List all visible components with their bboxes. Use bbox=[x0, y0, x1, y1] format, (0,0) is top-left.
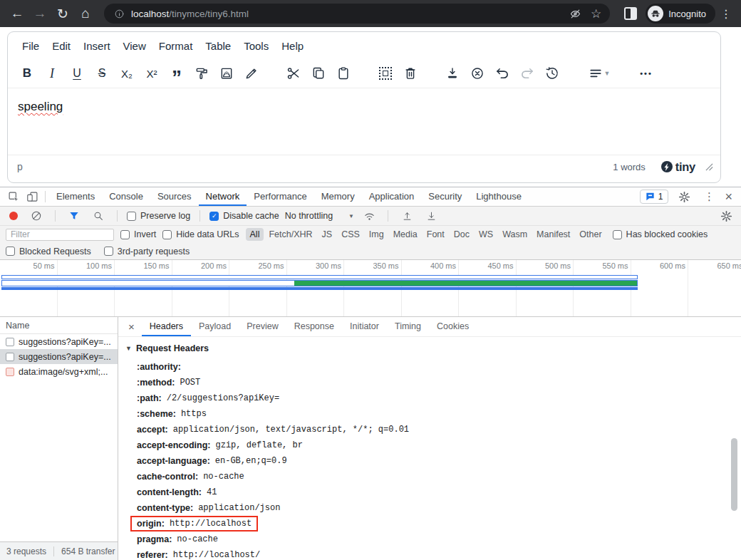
clear-network-icon[interactable] bbox=[27, 208, 46, 224]
menu-item[interactable]: Insert bbox=[77, 36, 117, 56]
request-row[interactable]: suggestions?apiKey=... bbox=[0, 349, 118, 364]
side-panel-icon[interactable] bbox=[624, 7, 637, 20]
blockquote-button[interactable]: ” bbox=[166, 63, 187, 84]
misspelled-word[interactable]: speeling bbox=[18, 100, 63, 113]
blocked-requests-checkbox[interactable] bbox=[6, 247, 15, 256]
request-type-filter[interactable]: Media bbox=[389, 228, 422, 241]
request-type-filter[interactable]: Wasm bbox=[498, 228, 532, 241]
record-icon[interactable] bbox=[9, 212, 18, 220]
hide-data-urls-checkbox[interactable] bbox=[162, 230, 172, 239]
browser-menu-icon[interactable]: ⋮ bbox=[718, 7, 734, 21]
superscript-button[interactable]: X² bbox=[141, 63, 162, 84]
blocked-requests-control[interactable]: Blocked Requests bbox=[6, 247, 91, 256]
throttling-dropdown[interactable]: No throttling ▼ bbox=[285, 211, 354, 221]
menu-item[interactable]: Help bbox=[275, 36, 310, 56]
subscript-button[interactable]: X₂ bbox=[116, 63, 138, 84]
menu-item[interactable]: Format bbox=[152, 36, 200, 56]
name-column-header[interactable]: Name bbox=[0, 317, 118, 334]
detail-tab[interactable]: Cookies bbox=[429, 317, 477, 336]
request-row[interactable]: suggestions?apiKey=... bbox=[0, 334, 118, 349]
bold-button[interactable]: B bbox=[16, 63, 38, 84]
invert-control[interactable]: Invert bbox=[120, 229, 156, 239]
detail-tab[interactable]: Payload bbox=[191, 317, 239, 336]
home-icon[interactable]: ⌂ bbox=[76, 4, 95, 24]
cut-button[interactable] bbox=[283, 63, 304, 84]
devtools-tab[interactable]: Console bbox=[102, 187, 150, 206]
close-devtools-icon[interactable]: × bbox=[725, 190, 732, 204]
word-count[interactable]: 1 words bbox=[613, 162, 646, 172]
detail-tab[interactable]: Timing bbox=[387, 317, 429, 336]
request-type-filter[interactable]: JS bbox=[318, 228, 337, 241]
devtools-tab[interactable]: Network bbox=[199, 187, 247, 206]
italic-button[interactable]: I bbox=[41, 63, 63, 84]
editor-content-area[interactable]: speeling bbox=[8, 88, 720, 155]
eye-blocked-icon[interactable] bbox=[566, 6, 585, 21]
more-options-button[interactable]: ••• bbox=[636, 63, 657, 84]
forward-icon[interactable]: → bbox=[30, 4, 50, 24]
detail-tab[interactable]: Preview bbox=[239, 317, 286, 336]
close-detail-icon[interactable]: × bbox=[121, 321, 142, 333]
delete-button[interactable] bbox=[400, 63, 421, 84]
request-type-filter[interactable]: All bbox=[246, 228, 264, 241]
url-bar[interactable]: localhost/tinymce/tiny6.html ☆ bbox=[104, 4, 610, 24]
issues-button[interactable]: 1 bbox=[640, 190, 669, 204]
resize-handle-icon[interactable] bbox=[705, 163, 713, 171]
search-icon[interactable] bbox=[89, 208, 108, 224]
third-party-control[interactable]: 3rd-party requests bbox=[104, 247, 190, 256]
paste-button[interactable] bbox=[333, 63, 354, 84]
menu-item[interactable]: View bbox=[117, 36, 152, 56]
save-button[interactable] bbox=[442, 63, 463, 84]
has-blocked-cookies-control[interactable]: Has blocked cookies bbox=[613, 229, 708, 239]
network-conditions-icon[interactable] bbox=[360, 208, 378, 224]
select-all-button[interactable] bbox=[375, 63, 396, 84]
redo-button[interactable] bbox=[517, 63, 538, 84]
detail-tab[interactable]: Initiator bbox=[342, 317, 387, 336]
tiny-brand[interactable]: tiny bbox=[661, 160, 695, 174]
devtools-tab[interactable]: Application bbox=[362, 187, 422, 206]
devtools-tab[interactable]: Performance bbox=[247, 187, 314, 206]
disable-cache-control[interactable]: ✓ Disable cache bbox=[209, 211, 279, 221]
underline-button[interactable]: U bbox=[66, 63, 88, 84]
bookmark-star-icon[interactable]: ☆ bbox=[591, 6, 601, 21]
copy-button[interactable] bbox=[308, 63, 329, 84]
device-toolbar-icon[interactable] bbox=[23, 189, 41, 204]
detail-tab[interactable]: Headers bbox=[142, 317, 191, 336]
inspect-element-icon[interactable] bbox=[4, 189, 23, 204]
hide-data-urls-control[interactable]: Hide data URLs bbox=[162, 229, 239, 239]
request-type-filter[interactable]: Manifest bbox=[532, 228, 574, 241]
request-type-filter[interactable]: Other bbox=[575, 228, 606, 241]
request-type-filter[interactable]: Fetch/XHR bbox=[264, 228, 316, 241]
filter-input[interactable] bbox=[6, 229, 114, 241]
network-overview-timeline[interactable]: 50 ms100 ms150 ms200 ms250 ms300 ms350 m… bbox=[0, 260, 741, 317]
devtools-tab[interactable]: Sources bbox=[150, 187, 199, 206]
network-settings-gear-icon[interactable] bbox=[717, 208, 735, 224]
request-row[interactable]: data:image/svg+xml;... bbox=[0, 364, 118, 379]
preserve-log-checkbox[interactable] bbox=[127, 212, 136, 221]
request-headers-section[interactable]: ▼ Request Headers bbox=[125, 343, 741, 353]
menu-item[interactable]: File bbox=[16, 36, 46, 56]
disable-cache-checkbox[interactable]: ✓ bbox=[209, 212, 219, 221]
export-har-icon[interactable] bbox=[422, 208, 440, 224]
permanent-pen-button[interactable] bbox=[241, 63, 262, 84]
devtools-tab[interactable]: Elements bbox=[49, 187, 102, 206]
format-painter-button[interactable] bbox=[191, 63, 212, 84]
import-har-icon[interactable] bbox=[398, 208, 416, 224]
has-blocked-cookies-checkbox[interactable] bbox=[613, 230, 622, 239]
preserve-log-control[interactable]: Preserve log bbox=[127, 211, 190, 221]
request-type-filter[interactable]: Img bbox=[365, 228, 388, 241]
undo-button[interactable] bbox=[492, 63, 513, 84]
devtools-tab[interactable]: Memory bbox=[314, 187, 362, 206]
menu-item[interactable]: Tools bbox=[237, 36, 275, 56]
strikethrough-button[interactable]: S bbox=[91, 63, 113, 84]
settings-gear-icon[interactable] bbox=[675, 189, 693, 204]
devtools-tab[interactable]: Security bbox=[421, 187, 469, 206]
invert-checkbox[interactable] bbox=[120, 230, 130, 239]
detail-tab[interactable]: Response bbox=[286, 317, 342, 336]
element-path[interactable]: p bbox=[17, 161, 23, 172]
scrollbar-thumb[interactable] bbox=[731, 438, 737, 511]
menu-item[interactable]: Table bbox=[199, 36, 237, 56]
reload-icon[interactable]: ↻ bbox=[53, 4, 73, 24]
image-frame-button[interactable] bbox=[216, 63, 237, 84]
restore-draft-button[interactable] bbox=[542, 63, 563, 84]
request-type-filter[interactable]: Font bbox=[423, 228, 449, 241]
